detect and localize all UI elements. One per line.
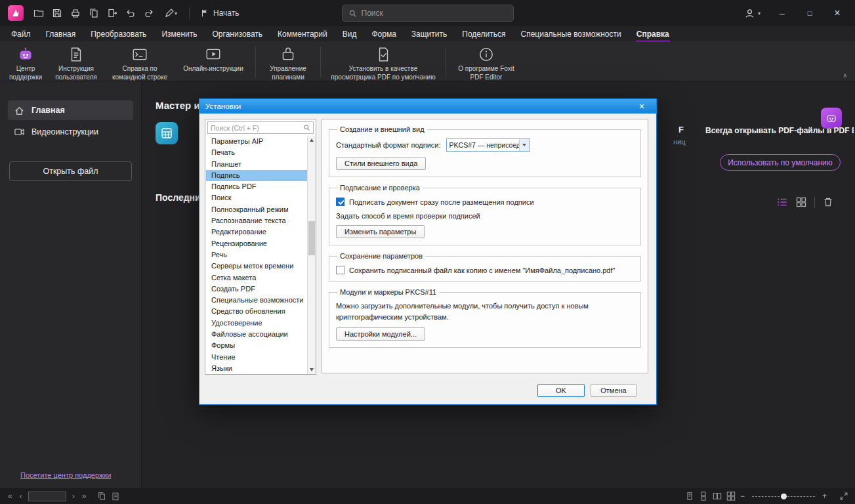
category-item[interactable]: Планшет — [206, 159, 307, 170]
menu-file[interactable]: Файл — [10, 28, 31, 41]
menu-help[interactable]: Справка — [636, 28, 670, 41]
facing-view-icon[interactable] — [713, 492, 722, 501]
category-search[interactable] — [207, 121, 314, 134]
change-settings-button[interactable]: Изменить параметры — [336, 225, 425, 238]
ribbon-manage-plugins[interactable]: Управление плагинами — [259, 43, 317, 83]
auto-sign-checkbox[interactable] — [336, 198, 344, 206]
menu-view[interactable]: Вид — [342, 28, 358, 41]
ok-button[interactable]: OK — [537, 384, 585, 397]
category-search-input[interactable] — [211, 124, 301, 132]
zoom-slider-knob[interactable] — [781, 494, 787, 499]
next-page-icon[interactable]: › — [71, 492, 76, 501]
trash-icon[interactable] — [822, 196, 834, 208]
fullscreen-icon[interactable] — [839, 492, 848, 501]
collapse-ribbon-icon[interactable]: ∧ — [843, 72, 847, 79]
home-icon — [14, 105, 25, 116]
menu-home[interactable]: Главная — [45, 28, 77, 41]
category-scrollbar[interactable] — [307, 136, 316, 374]
save-copy-checkbox[interactable] — [336, 266, 344, 274]
category-item[interactable]: Поиск — [206, 192, 307, 203]
copy-pages-icon[interactable] — [85, 5, 102, 21]
ribbon-online-tutorials[interactable]: Онлайн-инструкции — [175, 43, 252, 75]
last-page-icon[interactable]: » — [81, 492, 88, 501]
ribbon-support-center[interactable]: Центр поддержки — [4, 43, 47, 83]
signature-format-combobox[interactable]: PKCS#7 — неприсоедине — [446, 138, 530, 152]
previous-page-icon[interactable]: ‹ — [18, 492, 24, 501]
maximize-button[interactable]: □ — [800, 5, 820, 22]
page-number-input[interactable] — [28, 492, 66, 501]
tool-wizard-icon[interactable] — [156, 122, 178, 144]
category-item-selected[interactable]: Подпись — [206, 170, 307, 181]
zoom-slider[interactable] — [752, 496, 815, 497]
category-item[interactable]: Печать — [206, 147, 307, 158]
category-item[interactable]: Файловые ассоциации — [206, 329, 307, 340]
open-folder-icon[interactable] — [30, 5, 47, 21]
export-page-icon[interactable] — [104, 5, 121, 21]
signature-tool-icon[interactable]: ▾ — [159, 5, 182, 21]
category-item[interactable]: Специальные возможности — [206, 295, 307, 306]
print-icon[interactable] — [67, 5, 84, 21]
open-file-button[interactable]: Открыть файл — [9, 161, 132, 181]
category-item[interactable]: Серверы меток времени — [206, 261, 307, 272]
dialog-titlebar[interactable]: Установки × — [199, 99, 656, 114]
redo-icon[interactable] — [140, 5, 157, 21]
continuous-view-icon[interactable] — [699, 492, 708, 501]
category-item[interactable]: Распознавание текста — [206, 215, 307, 226]
zoom-in-icon[interactable]: + — [822, 492, 827, 501]
menu-organize[interactable]: Организовать — [212, 28, 264, 41]
menu-comment[interactable]: Комментарий — [277, 28, 328, 41]
support-center-link[interactable]: Посетите центр поддержки — [20, 471, 111, 479]
account-button[interactable]: ▾ — [740, 7, 764, 20]
dialog-close-icon[interactable]: × — [633, 99, 650, 114]
category-item[interactable]: Сетка макета — [206, 272, 307, 284]
zoom-out-icon[interactable]: − — [740, 492, 745, 501]
menu-share[interactable]: Поделиться — [461, 28, 506, 41]
menu-form[interactable]: Форма — [371, 28, 396, 41]
menu-convert[interactable]: Преобразовать — [90, 28, 147, 41]
cancel-button[interactable]: Отмена — [591, 384, 636, 397]
start-button[interactable]: Начать — [196, 7, 243, 19]
chevron-down-icon: ▾ — [175, 10, 177, 16]
grid-view-icon[interactable] — [795, 196, 807, 208]
search-input[interactable] — [362, 9, 507, 18]
category-item[interactable]: Средство обновления — [206, 306, 307, 317]
close-button[interactable]: × — [827, 5, 847, 22]
undo-icon[interactable] — [122, 5, 139, 21]
category-item[interactable]: Параметры AIP — [206, 136, 307, 147]
appearance-styles-button[interactable]: Стили внешнего вида — [336, 157, 426, 170]
menu-accessibility[interactable]: Специальные возможности — [520, 28, 622, 41]
single-page-view-icon[interactable] — [685, 492, 694, 501]
category-item[interactable]: Речь — [206, 249, 307, 261]
scroll-down-icon[interactable] — [308, 144, 316, 152]
ribbon-user-manual[interactable]: Инструкция пользователя — [47, 43, 105, 83]
save-icon[interactable] — [49, 5, 66, 21]
category-item[interactable]: Языки — [206, 363, 307, 374]
minimize-button[interactable]: – — [772, 5, 792, 22]
category-item[interactable]: Полноэкранный режим — [206, 204, 307, 215]
sidebar-item-home[interactable]: Главная — [8, 100, 133, 120]
first-page-icon[interactable]: « — [7, 492, 14, 501]
category-item[interactable]: Чтение — [206, 352, 307, 363]
snapshot-icon[interactable] — [97, 492, 106, 501]
category-item[interactable]: Удостоверение — [206, 318, 307, 329]
sidebar-item-video-tutorials[interactable]: Видеоинструкции — [8, 122, 133, 142]
use-default-button[interactable]: Использовать по умолчанию — [720, 154, 841, 171]
facing-continuous-view-icon[interactable] — [726, 492, 736, 501]
clipboard-icon[interactable] — [111, 492, 120, 501]
module-settings-button[interactable]: Настройки модулей... — [336, 327, 425, 341]
scrollbar-thumb[interactable] — [308, 221, 315, 255]
global-search[interactable] — [342, 5, 514, 22]
ribbon-set-default-viewer[interactable]: Установить в качестве просмотрщика PDF п… — [324, 43, 442, 83]
category-item[interactable]: Формы — [206, 340, 307, 351]
category-item[interactable]: Рецензирование — [206, 238, 307, 249]
menu-edit[interactable]: Изменить — [161, 28, 198, 41]
category-item[interactable]: Редактирование — [206, 226, 307, 238]
category-item[interactable]: Создать PDF — [206, 284, 307, 295]
scroll-up-icon[interactable] — [308, 136, 316, 144]
menu-protect[interactable]: Защитить — [411, 28, 448, 41]
ribbon-about[interactable]: О программе Foxit PDF Editor — [449, 43, 523, 83]
category-item[interactable]: Подпись PDF — [206, 181, 307, 192]
ribbon-cmdline-help[interactable]: Справка по командной строке — [105, 43, 175, 83]
list-view-icon[interactable] — [776, 196, 788, 208]
combobox-dropdown-button[interactable] — [519, 139, 530, 151]
